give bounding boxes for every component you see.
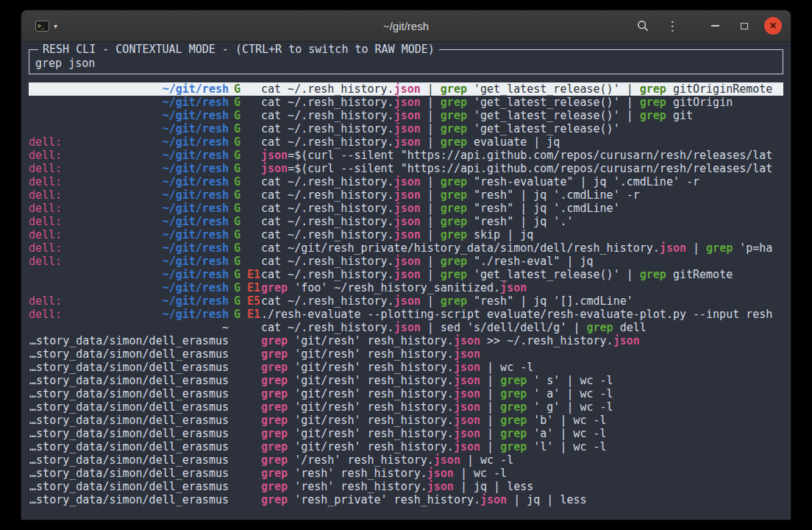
- command-text: json=$(curl --silent "https://api.github…: [261, 149, 783, 162]
- match-highlight: grep: [500, 440, 527, 453]
- pwd-label: ~/git/resh: [163, 96, 229, 109]
- history-row[interactable]: ~/git/reshG E1grep 'foo' ~/resh_history_…: [29, 281, 783, 294]
- git-flag: G: [234, 149, 241, 162]
- search-query-input[interactable]: grep json: [35, 57, 777, 70]
- search-button[interactable]: [633, 16, 652, 35]
- history-row[interactable]: …story_data/simon/dell_erasmusgrep '/res…: [29, 453, 783, 467]
- history-list: ~/git/reshGcat ~/.resh_history.json | gr…: [29, 82, 783, 506]
- new-terminal-button[interactable]: >_ ▾: [30, 18, 63, 35]
- command-segment: 'resh' resh_history.: [288, 480, 427, 493]
- history-row[interactable]: dell:~/git/reshGcat ~/.resh_history.json…: [29, 188, 783, 202]
- match-highlight: grep: [261, 374, 288, 387]
- history-row[interactable]: …story_data/simon/dell_erasmusgrep 'resh…: [29, 467, 783, 480]
- location-cell: dell:~/git/resh: [29, 135, 229, 149]
- history-row[interactable]: ~/git/reshGcat ~/.resh_history.json | gr…: [29, 109, 783, 122]
- command-segment: |: [421, 228, 441, 241]
- history-row[interactable]: …story_data/simon/dell_erasmusgrep 'git/…: [29, 427, 783, 440]
- host-label: dell:: [29, 294, 62, 308]
- command-text: grep 'git/resh' resh_history.json >> ~/.…: [261, 334, 783, 347]
- match-highlight: grep: [640, 109, 666, 122]
- history-row[interactable]: dell:~/git/reshGcat ~/.resh_history.json…: [29, 228, 783, 241]
- command-segment: 'get_latest_release()' |: [467, 109, 640, 122]
- match-highlight: grep: [500, 387, 527, 400]
- command-text: cat ~/.resh_history.json | grep skip | j…: [261, 228, 783, 241]
- history-row[interactable]: ~/git/reshGcat ~/.resh_history.json | gr…: [29, 122, 783, 135]
- close-button[interactable]: ✕: [764, 17, 782, 35]
- history-row[interactable]: dell:~/git/reshGjson=$(curl --silent "ht…: [29, 162, 783, 175]
- command-text: cat ~/git/resh_private/history_data/simo…: [261, 241, 783, 255]
- resh-search-box[interactable]: RESH CLI - CONTEXTUAL MODE - (CTRL+R to …: [29, 49, 783, 74]
- command-segment: gitOriginRemote: [666, 82, 773, 96]
- git-flag: G: [234, 109, 241, 122]
- history-row[interactable]: …story_data/simon/dell_erasmusgrep 'git/…: [29, 374, 783, 387]
- location-cell: ~: [29, 321, 229, 334]
- command-segment: cat ~/.resh_history.: [261, 255, 394, 268]
- location-cell: dell:~/git/resh: [29, 228, 229, 241]
- flags-cell: G: [229, 215, 261, 228]
- command-text: grep 'git/resh' resh_history.json | grep…: [261, 414, 783, 427]
- match-highlight: json: [394, 135, 421, 149]
- history-row[interactable]: dell:~/git/reshGcat ~/.resh_history.json…: [29, 202, 783, 215]
- history-row[interactable]: …story_data/simon/dell_erasmusgrep 'git/…: [29, 347, 783, 361]
- history-row[interactable]: ~cat ~/.resh_history.json | sed 's/dell/…: [29, 321, 783, 334]
- flags-cell: G E5: [229, 294, 261, 308]
- location-cell: …story_data/simon/dell_erasmus: [29, 493, 229, 506]
- git-flag: G: [234, 122, 241, 135]
- history-row[interactable]: ~/git/reshG E1cat ~/.resh_history.json |…: [29, 268, 783, 281]
- command-segment: gitOrigin: [666, 96, 733, 109]
- history-row[interactable]: …story_data/simon/dell_erasmusgrep 'git/…: [29, 414, 783, 427]
- menu-button[interactable]: ⋮: [663, 16, 682, 35]
- command-text: cat ~/.resh_history.json | grep "resh-ev…: [261, 175, 783, 188]
- match-highlight: json: [394, 122, 421, 135]
- location-cell: dell:~/git/resh: [29, 255, 229, 268]
- history-row[interactable]: dell:~/git/reshGcat ~/.resh_history.json…: [29, 175, 783, 188]
- titlebar[interactable]: ~/git/resh >_ ▾ ⋮: [21, 10, 791, 42]
- history-row[interactable]: …story_data/simon/dell_erasmusgrep 'git/…: [29, 334, 783, 347]
- exit-code-flag: E1: [247, 268, 260, 281]
- match-highlight: grep: [441, 135, 467, 149]
- history-row[interactable]: …story_data/simon/dell_erasmusgrep 'resh…: [29, 493, 783, 506]
- history-row[interactable]: …story_data/simon/dell_erasmusgrep 'git/…: [29, 361, 783, 374]
- command-segment: 'get_latest_release()': [467, 122, 620, 135]
- command-segment: | wc -l: [480, 361, 533, 374]
- command-segment: cat ~/.resh_history.: [261, 109, 394, 122]
- history-row[interactable]: …story_data/simon/dell_erasmusgrep 'git/…: [29, 440, 783, 453]
- command-segment: evaluate | jq: [467, 135, 560, 149]
- history-row[interactable]: dell:~/git/reshGcat ~/.resh_history.json…: [29, 215, 783, 228]
- search-icon: [637, 20, 649, 32]
- history-row[interactable]: dell:~/git/reshG E1./resh-evaluate --plo…: [29, 308, 783, 321]
- history-row[interactable]: ~/git/reshGcat ~/.resh_history.json | gr…: [29, 96, 783, 109]
- flags-cell: [229, 480, 261, 493]
- restore-button[interactable]: [735, 16, 754, 35]
- history-row[interactable]: …story_data/simon/dell_erasmusgrep 'resh…: [29, 480, 783, 493]
- pwd-label: …story_data/simon/dell_erasmus: [29, 334, 229, 347]
- command-segment: |: [421, 215, 441, 228]
- pwd-label: …story_data/simon/dell_erasmus: [29, 374, 229, 387]
- command-segment: "resh" | jq '.': [467, 215, 574, 228]
- close-icon: ✕: [769, 21, 777, 30]
- command-segment: 'git/resh' resh_history.: [288, 374, 454, 387]
- pwd-label: …story_data/simon/dell_erasmus: [29, 347, 229, 361]
- location-cell: …story_data/simon/dell_erasmus: [29, 414, 229, 427]
- command-segment: 'git/resh' resh_history.: [288, 427, 454, 440]
- history-row-selected[interactable]: ~/git/reshGcat ~/.resh_history.json | gr…: [29, 82, 783, 96]
- match-highlight: grep: [261, 347, 288, 361]
- history-row[interactable]: dell:~/git/reshGcat ~/.resh_history.json…: [29, 135, 783, 149]
- match-highlight: grep: [441, 175, 467, 188]
- command-text: grep 'foo' ~/resh_history_sanitized.json: [261, 281, 783, 294]
- git-flag: G: [234, 96, 241, 109]
- history-row[interactable]: dell:~/git/reshG E5cat ~/.resh_history.j…: [29, 294, 783, 308]
- history-row[interactable]: …story_data/simon/dell_erasmusgrep 'git/…: [29, 387, 783, 400]
- match-highlight: json: [480, 493, 507, 506]
- command-segment: 'git/resh' resh_history.: [288, 440, 454, 453]
- history-row[interactable]: dell:~/git/reshGcat ~/.resh_history.json…: [29, 255, 783, 268]
- match-highlight: json: [454, 361, 480, 374]
- command-text: cat ~/.resh_history.json | grep 'get_lat…: [261, 109, 783, 122]
- command-segment: 'get_latest_release()' |: [467, 96, 640, 109]
- exit-code-flag: E1: [247, 281, 260, 294]
- history-row[interactable]: dell:~/git/reshGcat ~/git/resh_private/h…: [29, 241, 783, 255]
- minimize-button[interactable]: [705, 16, 724, 35]
- history-row[interactable]: dell:~/git/reshGjson=$(curl --silent "ht…: [29, 149, 783, 162]
- location-cell: …story_data/simon/dell_erasmus: [29, 334, 229, 347]
- history-row[interactable]: …story_data/simon/dell_erasmusgrep 'git/…: [29, 400, 783, 414]
